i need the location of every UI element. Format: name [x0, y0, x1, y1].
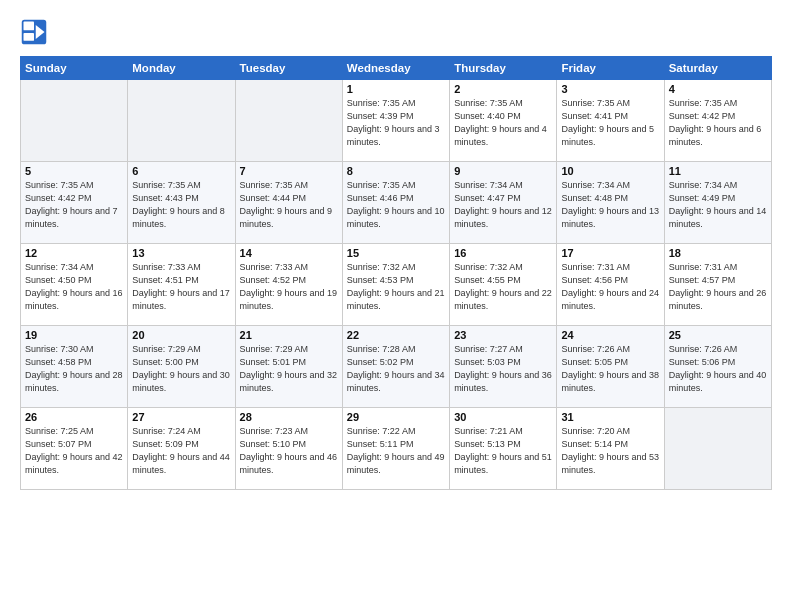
day-info: Sunrise: 7:32 AM Sunset: 4:55 PM Dayligh…	[454, 261, 552, 313]
day-number: 28	[240, 411, 338, 423]
day-info: Sunrise: 7:31 AM Sunset: 4:56 PM Dayligh…	[561, 261, 659, 313]
calendar-cell: 31Sunrise: 7:20 AM Sunset: 5:14 PM Dayli…	[557, 408, 664, 490]
day-number: 23	[454, 329, 552, 341]
day-info: Sunrise: 7:34 AM Sunset: 4:50 PM Dayligh…	[25, 261, 123, 313]
day-number: 20	[132, 329, 230, 341]
calendar-cell: 15Sunrise: 7:32 AM Sunset: 4:53 PM Dayli…	[342, 244, 449, 326]
calendar-cell: 1Sunrise: 7:35 AM Sunset: 4:39 PM Daylig…	[342, 80, 449, 162]
day-number: 17	[561, 247, 659, 259]
day-info: Sunrise: 7:33 AM Sunset: 4:51 PM Dayligh…	[132, 261, 230, 313]
logo-icon	[20, 18, 48, 46]
day-number: 26	[25, 411, 123, 423]
day-number: 31	[561, 411, 659, 423]
calendar-cell: 28Sunrise: 7:23 AM Sunset: 5:10 PM Dayli…	[235, 408, 342, 490]
day-number: 1	[347, 83, 445, 95]
day-number: 24	[561, 329, 659, 341]
day-info: Sunrise: 7:35 AM Sunset: 4:44 PM Dayligh…	[240, 179, 338, 231]
day-header-sunday: Sunday	[21, 57, 128, 80]
day-number: 29	[347, 411, 445, 423]
week-row-3: 12Sunrise: 7:34 AM Sunset: 4:50 PM Dayli…	[21, 244, 772, 326]
day-info: Sunrise: 7:28 AM Sunset: 5:02 PM Dayligh…	[347, 343, 445, 395]
day-info: Sunrise: 7:24 AM Sunset: 5:09 PM Dayligh…	[132, 425, 230, 477]
day-number: 14	[240, 247, 338, 259]
calendar-cell	[21, 80, 128, 162]
calendar-cell: 16Sunrise: 7:32 AM Sunset: 4:55 PM Dayli…	[450, 244, 557, 326]
calendar-cell: 17Sunrise: 7:31 AM Sunset: 4:56 PM Dayli…	[557, 244, 664, 326]
day-number: 4	[669, 83, 767, 95]
day-header-saturday: Saturday	[664, 57, 771, 80]
day-info: Sunrise: 7:31 AM Sunset: 4:57 PM Dayligh…	[669, 261, 767, 313]
header	[20, 18, 772, 46]
day-info: Sunrise: 7:34 AM Sunset: 4:48 PM Dayligh…	[561, 179, 659, 231]
calendar-cell: 22Sunrise: 7:28 AM Sunset: 5:02 PM Dayli…	[342, 326, 449, 408]
day-number: 5	[25, 165, 123, 177]
day-info: Sunrise: 7:25 AM Sunset: 5:07 PM Dayligh…	[25, 425, 123, 477]
calendar-cell: 30Sunrise: 7:21 AM Sunset: 5:13 PM Dayli…	[450, 408, 557, 490]
calendar-header: SundayMondayTuesdayWednesdayThursdayFrid…	[21, 57, 772, 80]
day-header-tuesday: Tuesday	[235, 57, 342, 80]
day-info: Sunrise: 7:20 AM Sunset: 5:14 PM Dayligh…	[561, 425, 659, 477]
day-number: 3	[561, 83, 659, 95]
day-info: Sunrise: 7:26 AM Sunset: 5:05 PM Dayligh…	[561, 343, 659, 395]
calendar-cell: 8Sunrise: 7:35 AM Sunset: 4:46 PM Daylig…	[342, 162, 449, 244]
day-number: 13	[132, 247, 230, 259]
day-info: Sunrise: 7:29 AM Sunset: 5:00 PM Dayligh…	[132, 343, 230, 395]
calendar-cell: 4Sunrise: 7:35 AM Sunset: 4:42 PM Daylig…	[664, 80, 771, 162]
day-number: 8	[347, 165, 445, 177]
svg-rect-3	[24, 33, 35, 41]
day-header-monday: Monday	[128, 57, 235, 80]
day-header-friday: Friday	[557, 57, 664, 80]
calendar-cell: 10Sunrise: 7:34 AM Sunset: 4:48 PM Dayli…	[557, 162, 664, 244]
day-info: Sunrise: 7:35 AM Sunset: 4:40 PM Dayligh…	[454, 97, 552, 149]
day-number: 19	[25, 329, 123, 341]
calendar: SundayMondayTuesdayWednesdayThursdayFrid…	[20, 56, 772, 490]
page: SundayMondayTuesdayWednesdayThursdayFrid…	[0, 0, 792, 612]
day-number: 21	[240, 329, 338, 341]
calendar-cell: 3Sunrise: 7:35 AM Sunset: 4:41 PM Daylig…	[557, 80, 664, 162]
day-info: Sunrise: 7:34 AM Sunset: 4:49 PM Dayligh…	[669, 179, 767, 231]
day-info: Sunrise: 7:26 AM Sunset: 5:06 PM Dayligh…	[669, 343, 767, 395]
day-info: Sunrise: 7:35 AM Sunset: 4:39 PM Dayligh…	[347, 97, 445, 149]
day-number: 22	[347, 329, 445, 341]
calendar-cell: 5Sunrise: 7:35 AM Sunset: 4:42 PM Daylig…	[21, 162, 128, 244]
week-row-5: 26Sunrise: 7:25 AM Sunset: 5:07 PM Dayli…	[21, 408, 772, 490]
calendar-cell: 9Sunrise: 7:34 AM Sunset: 4:47 PM Daylig…	[450, 162, 557, 244]
day-number: 18	[669, 247, 767, 259]
day-info: Sunrise: 7:35 AM Sunset: 4:42 PM Dayligh…	[669, 97, 767, 149]
calendar-cell: 29Sunrise: 7:22 AM Sunset: 5:11 PM Dayli…	[342, 408, 449, 490]
calendar-cell: 23Sunrise: 7:27 AM Sunset: 5:03 PM Dayli…	[450, 326, 557, 408]
calendar-cell: 2Sunrise: 7:35 AM Sunset: 4:40 PM Daylig…	[450, 80, 557, 162]
day-info: Sunrise: 7:35 AM Sunset: 4:42 PM Dayligh…	[25, 179, 123, 231]
day-header-wednesday: Wednesday	[342, 57, 449, 80]
calendar-cell: 19Sunrise: 7:30 AM Sunset: 4:58 PM Dayli…	[21, 326, 128, 408]
day-number: 6	[132, 165, 230, 177]
day-header-thursday: Thursday	[450, 57, 557, 80]
day-info: Sunrise: 7:29 AM Sunset: 5:01 PM Dayligh…	[240, 343, 338, 395]
day-number: 12	[25, 247, 123, 259]
calendar-cell: 11Sunrise: 7:34 AM Sunset: 4:49 PM Dayli…	[664, 162, 771, 244]
day-number: 7	[240, 165, 338, 177]
calendar-cell: 26Sunrise: 7:25 AM Sunset: 5:07 PM Dayli…	[21, 408, 128, 490]
day-number: 2	[454, 83, 552, 95]
calendar-cell: 25Sunrise: 7:26 AM Sunset: 5:06 PM Dayli…	[664, 326, 771, 408]
calendar-cell: 13Sunrise: 7:33 AM Sunset: 4:51 PM Dayli…	[128, 244, 235, 326]
day-number: 10	[561, 165, 659, 177]
calendar-cell	[128, 80, 235, 162]
week-row-2: 5Sunrise: 7:35 AM Sunset: 4:42 PM Daylig…	[21, 162, 772, 244]
calendar-body: 1Sunrise: 7:35 AM Sunset: 4:39 PM Daylig…	[21, 80, 772, 490]
day-info: Sunrise: 7:35 AM Sunset: 4:43 PM Dayligh…	[132, 179, 230, 231]
day-number: 9	[454, 165, 552, 177]
calendar-cell: 12Sunrise: 7:34 AM Sunset: 4:50 PM Dayli…	[21, 244, 128, 326]
day-info: Sunrise: 7:34 AM Sunset: 4:47 PM Dayligh…	[454, 179, 552, 231]
day-number: 11	[669, 165, 767, 177]
calendar-cell	[235, 80, 342, 162]
calendar-cell: 21Sunrise: 7:29 AM Sunset: 5:01 PM Dayli…	[235, 326, 342, 408]
calendar-cell: 7Sunrise: 7:35 AM Sunset: 4:44 PM Daylig…	[235, 162, 342, 244]
day-info: Sunrise: 7:23 AM Sunset: 5:10 PM Dayligh…	[240, 425, 338, 477]
day-info: Sunrise: 7:32 AM Sunset: 4:53 PM Dayligh…	[347, 261, 445, 313]
day-number: 27	[132, 411, 230, 423]
calendar-cell: 27Sunrise: 7:24 AM Sunset: 5:09 PM Dayli…	[128, 408, 235, 490]
day-info: Sunrise: 7:22 AM Sunset: 5:11 PM Dayligh…	[347, 425, 445, 477]
calendar-cell: 6Sunrise: 7:35 AM Sunset: 4:43 PM Daylig…	[128, 162, 235, 244]
week-row-1: 1Sunrise: 7:35 AM Sunset: 4:39 PM Daylig…	[21, 80, 772, 162]
